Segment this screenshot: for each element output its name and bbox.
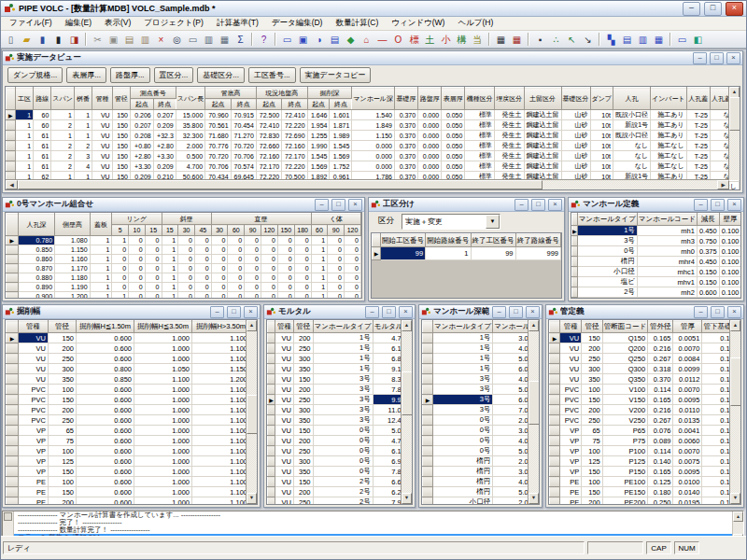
row-selector[interactable]: [7, 456, 19, 467]
grid-cell[interactable]: 1.849: [352, 120, 395, 131]
do-kanji-icon[interactable]: 土: [422, 33, 438, 47]
grid-cell[interactable]: 200: [293, 436, 313, 446]
grid-cell[interactable]: 0.600: [77, 426, 134, 436]
grid-cell[interactable]: 0.100: [719, 257, 741, 267]
grid-cell[interactable]: mh3: [637, 236, 697, 246]
grid-cell[interactable]: 65: [49, 426, 77, 436]
grid-cell[interactable]: 200: [293, 333, 313, 343]
grid-cell[interactable]: 0.600: [77, 467, 134, 477]
column-header[interactable]: 壁厚: [719, 214, 741, 226]
grid-cell[interactable]: 0.370: [648, 374, 673, 385]
grid-cell[interactable]: VP: [19, 467, 49, 477]
scroll-left-icon[interactable]: ◀: [6, 180, 18, 189]
grid-cell[interactable]: 0: [328, 264, 345, 273]
grid-cell[interactable]: 250: [293, 343, 313, 354]
column-header[interactable]: 管種: [560, 321, 582, 333]
grid-cell[interactable]: 施工あり: [651, 110, 687, 120]
row-selector[interactable]: [423, 426, 433, 436]
grid-cell[interactable]: 発生土: [494, 110, 524, 120]
column-header[interactable]: 10: [129, 225, 146, 236]
grid-cell[interactable]: 0: [211, 236, 228, 245]
grid-cell[interactable]: 1号: [577, 226, 637, 236]
grid-cell[interactable]: VU: [275, 497, 294, 506]
grid-cell[interactable]: P75: [602, 436, 647, 446]
child-restore-button[interactable]: □: [710, 52, 724, 64]
row-selector[interactable]: [423, 405, 433, 415]
column-header[interactable]: 90: [245, 225, 261, 236]
column-header[interactable]: 起点: [307, 99, 330, 110]
grid-cell[interactable]: 250: [49, 415, 77, 426]
data-book-icon[interactable]: ◑: [311, 33, 327, 47]
grid-cell[interactable]: 0.450: [697, 257, 719, 267]
grid-cell[interactable]: 0: [228, 292, 245, 300]
grid-cell[interactable]: +32.3: [153, 131, 176, 141]
hyou-kanji-icon[interactable]: 標: [406, 33, 422, 47]
grid-cell[interactable]: 1: [311, 292, 328, 300]
grid-cell[interactable]: PE: [560, 477, 582, 487]
grid-cell[interactable]: 鋼建込土留: [524, 131, 561, 141]
column-header[interactable]: 側壁高: [55, 214, 90, 236]
column-header[interactable]: 埋戻区分: [494, 88, 524, 110]
grid-cell[interactable]: 0.0140: [673, 487, 702, 497]
grid-cell[interactable]: 250: [293, 446, 313, 456]
row-selector[interactable]: [7, 415, 19, 426]
grid-cell[interactable]: PVC: [560, 385, 582, 395]
grid-cell[interactable]: 1: [311, 255, 328, 264]
row-selector[interactable]: [423, 385, 433, 395]
grid-cell[interactable]: 1: [162, 273, 178, 283]
grid-cell[interactable]: 150: [582, 395, 603, 405]
grid-cell[interactable]: 1.000: [134, 497, 192, 506]
grid-cell[interactable]: 300: [293, 405, 313, 415]
grid-cell[interactable]: +2.80: [153, 141, 176, 151]
grid-cell[interactable]: 250: [49, 354, 77, 364]
column-header[interactable]: 15: [145, 225, 162, 236]
grid-cell[interactable]: P150: [602, 467, 647, 477]
grid-cell[interactable]: 0: [345, 273, 361, 283]
row-selector[interactable]: [7, 343, 19, 354]
row-selector[interactable]: [550, 385, 560, 395]
child-close-button[interactable]: ×: [727, 306, 741, 318]
grid-cell[interactable]: 鋼建込土留: [524, 110, 561, 120]
grid-cell[interactable]: 0: [261, 264, 277, 273]
column-header[interactable]: 15: [162, 225, 178, 236]
grid-cell[interactable]: 250: [582, 415, 603, 426]
row-selector[interactable]: ▶: [268, 395, 275, 405]
grid-cell[interactable]: 2号: [313, 487, 373, 497]
grid-cell[interactable]: VU: [19, 364, 49, 374]
grid-cell[interactable]: 1: [162, 245, 178, 255]
grid-cell[interactable]: なし: [613, 161, 651, 172]
grid-cell[interactable]: 楕円: [433, 467, 493, 477]
row-selector[interactable]: [423, 436, 433, 446]
row-selector[interactable]: [550, 477, 560, 487]
grid-cell[interactable]: 0: [245, 245, 261, 255]
grid-cell[interactable]: 0.100: [719, 277, 741, 287]
grid-cell[interactable]: 61: [34, 131, 51, 141]
grid-cell[interactable]: 150: [112, 120, 130, 131]
sheet-icon[interactable]: ▤: [327, 33, 343, 47]
grid-cell[interactable]: 0.100: [719, 246, 741, 257]
grid-cell[interactable]: 200: [293, 487, 313, 497]
grid-cell[interactable]: Q200: [602, 343, 647, 354]
column-header[interactable]: ダンプ: [590, 88, 613, 110]
grid-cell[interactable]: PE: [560, 497, 582, 506]
grid-cell[interactable]: 3号: [313, 374, 373, 385]
grid-cell[interactable]: 0.600: [77, 497, 134, 506]
grid-cell[interactable]: 0.114: [648, 385, 673, 395]
pavement-class-button[interactable]: 置区分...: [154, 67, 194, 83]
grid-cell[interactable]: VU: [92, 120, 113, 131]
row-selector[interactable]: [268, 415, 275, 426]
grid-cell[interactable]: 0: [145, 255, 162, 264]
grid-cell[interactable]: 標準: [465, 141, 495, 151]
grid-cell[interactable]: 0: [245, 264, 261, 273]
grid-cell[interactable]: 0.250: [648, 497, 673, 506]
grid-cell[interactable]: 71.680: [205, 131, 231, 141]
grid-cell[interactable]: 標準: [465, 161, 495, 172]
grid-cell[interactable]: なし: [613, 141, 651, 151]
grid-cell[interactable]: 1: [74, 110, 92, 120]
grid-cell[interactable]: VU: [275, 405, 294, 415]
grid-cell[interactable]: 小口径: [577, 267, 637, 277]
grid-cell[interactable]: 発生土: [494, 120, 524, 131]
grid-cell[interactable]: 100: [582, 477, 603, 487]
grid-cell[interactable]: VU: [92, 141, 113, 151]
grid-cell[interactable]: 0: [294, 283, 311, 292]
